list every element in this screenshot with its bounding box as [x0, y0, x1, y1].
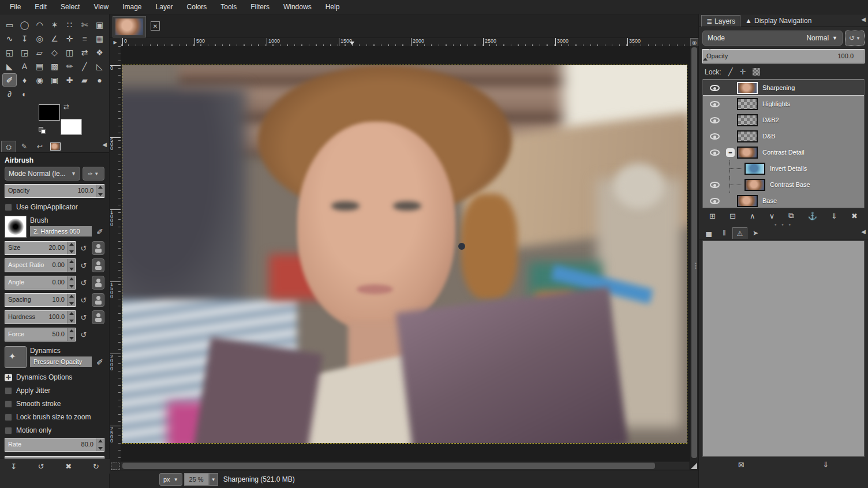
delete-preset-button[interactable]: ✖	[65, 462, 72, 471]
paint-mode-select[interactable]: Mode Normal (le... ▼	[5, 167, 80, 181]
tab-display-navigation[interactable]: ▲ Display Navigation	[740, 15, 816, 27]
tool-paths[interactable]: ∿	[2, 32, 17, 45]
reset-icon[interactable]: ↺	[78, 331, 89, 339]
mode-options-button[interactable]: ✑▼	[83, 167, 104, 181]
checkbox[interactable]	[5, 400, 12, 408]
tool-text[interactable]: A	[17, 59, 32, 73]
menu-file[interactable]: File	[3, 1, 27, 13]
quick-mask-toggle[interactable]	[111, 463, 119, 470]
menu-edit[interactable]: Edit	[28, 1, 53, 13]
link-brush-default-button[interactable]	[92, 258, 104, 272]
tab-undo-history[interactable]: ↩	[32, 141, 47, 152]
tool-warp-transform[interactable]: ◱	[2, 46, 17, 59]
checkbox-row-smooth-stroke[interactable]: Smooth stroke	[5, 400, 104, 408]
anchor-layer-button[interactable]: ⚓	[808, 212, 817, 220]
visibility-eye-icon[interactable]	[703, 198, 726, 204]
lock-pixels-icon[interactable]: ╱	[728, 67, 733, 76]
checkbox-row-lock-brush-size-to-zoom[interactable]: Lock brush size to zoom	[5, 413, 104, 421]
foreground-color-swatch[interactable]	[39, 104, 60, 121]
tool-shear[interactable]: ▱	[32, 46, 47, 59]
aspect-ratio-slider[interactable]: Aspect Ratio0.00	[5, 258, 76, 272]
layer-thumbnail[interactable]	[744, 163, 765, 175]
save-log-button[interactable]: ⇓	[822, 460, 829, 469]
layer-name[interactable]: Contrast Base	[770, 181, 810, 188]
restore-preset-button[interactable]: ↺	[38, 462, 44, 471]
layer-row-base[interactable]: Base	[703, 193, 864, 208]
visibility-eye-icon[interactable]	[703, 117, 726, 123]
tool-measure[interactable]: ∠	[47, 32, 62, 45]
layer-name[interactable]: Highlights	[762, 100, 790, 107]
tool-free-select[interactable]: ◠	[32, 18, 47, 31]
tab-tool-options[interactable]: ⛭	[1, 141, 16, 152]
tool-cage-transform[interactable]: ◲	[17, 46, 32, 59]
close-image-icon[interactable]: ✕	[151, 21, 160, 31]
layer-name[interactable]: Sharpening	[762, 84, 795, 91]
merge-layer-button[interactable]: ⇓	[831, 212, 837, 220]
menu-layer[interactable]: Layer	[149, 1, 179, 13]
slider-spinner[interactable]	[67, 311, 75, 324]
tool-ink[interactable]: ♦	[17, 73, 32, 87]
slider-spinner[interactable]	[67, 259, 75, 272]
rate-spinner[interactable]	[96, 438, 104, 451]
reset-icon[interactable]: ↺	[78, 296, 89, 305]
tool-pencil[interactable]: ✏	[62, 59, 77, 73]
reset-icon[interactable]: ↺	[78, 313, 89, 322]
layer-thumbnail[interactable]	[737, 147, 758, 159]
tool-perspective[interactable]: ◇	[47, 46, 62, 59]
gimpapplicator-row[interactable]: Use GimpApplicator	[5, 203, 104, 211]
swap-colors-icon[interactable]: ⇄	[63, 103, 69, 111]
tool-blur-sharpen[interactable]: ●	[92, 73, 107, 87]
layer-row-contrast-detail[interactable]: −Contrast Detail	[703, 144, 864, 160]
visibility-eye-icon[interactable]	[703, 149, 726, 156]
mode-switch-button[interactable]: ↺▼	[845, 31, 865, 46]
size-slider[interactable]: Size20.00	[5, 241, 76, 255]
link-brush-default-button[interactable]	[92, 241, 104, 255]
layer-opacity-slider[interactable]: Opacity 100.0	[702, 49, 865, 63]
visibility-eye-icon[interactable]	[703, 85, 726, 91]
slider-spinner[interactable]	[67, 328, 75, 341]
tool-dodge-burn[interactable]: ◐	[17, 87, 32, 100]
dynamics-name-value[interactable]: Pressure Opacity	[30, 356, 92, 367]
layer-name[interactable]: Contrast Detail	[762, 149, 805, 156]
menu-tools[interactable]: Tools	[214, 1, 243, 13]
lock-alpha-icon[interactable]	[753, 68, 760, 76]
chevron-down-icon[interactable]: ▼	[209, 473, 218, 486]
checkbox[interactable]	[5, 387, 12, 395]
layer-mode-select[interactable]: Mode Normal ▼	[702, 31, 843, 46]
tool-mypaint-brush[interactable]: ◉	[32, 73, 47, 87]
tool-bucket-fill[interactable]: ◣	[2, 59, 17, 73]
hardness-slider[interactable]: Hardness100.0	[5, 310, 76, 324]
tool-foreground-select[interactable]: ▣	[92, 18, 107, 31]
layer-name[interactable]: D&B2	[762, 117, 779, 123]
tab-error-console[interactable]: ⚠	[732, 227, 747, 239]
force-slider[interactable]: Force50.0	[5, 328, 76, 341]
zoom-value[interactable]: 25 %	[184, 473, 209, 486]
visibility-eye-icon[interactable]	[703, 182, 726, 188]
tool-fuzzy-select[interactable]: ✶	[47, 18, 62, 31]
dock-menu-icon[interactable]: ◀	[861, 16, 866, 22]
edit-brush-icon[interactable]: ✐	[95, 227, 104, 238]
dynamics-options-expander[interactable]: ✛ Dynamics Options	[5, 373, 104, 381]
menu-help[interactable]: Help	[319, 1, 346, 13]
menu-image[interactable]: Image	[116, 1, 148, 13]
layer-row-d-b2[interactable]: D&B2	[703, 112, 864, 128]
delete-layer-button[interactable]: ✖	[851, 212, 858, 220]
tool-clone[interactable]: ▣	[47, 73, 62, 87]
dock-menu-icon[interactable]: ◀	[102, 141, 107, 148]
tool-crop[interactable]: ▦	[92, 32, 107, 45]
tool-gradient[interactable]: ▤	[32, 59, 47, 73]
duplicate-layer-button[interactable]: ⧉	[788, 211, 794, 220]
raise-layer-button[interactable]: ∧	[750, 212, 755, 220]
tool-airbrush[interactable]: ✐	[2, 73, 17, 87]
lock-position-icon[interactable]: ✛	[740, 67, 746, 76]
checkbox[interactable]	[5, 427, 12, 434]
tool-color-picker[interactable]: ↧	[17, 32, 32, 45]
link-brush-default-button[interactable]	[92, 276, 104, 290]
menu-windows[interactable]: Windows	[277, 1, 318, 13]
slider-spinner[interactable]	[67, 276, 75, 289]
brush-preview[interactable]	[5, 216, 27, 238]
visibility-eye-icon[interactable]	[703, 101, 726, 107]
link-brush-default-button[interactable]	[92, 310, 104, 324]
canvas-image[interactable]	[122, 65, 687, 443]
unit-select[interactable]: px ▼	[159, 473, 182, 486]
